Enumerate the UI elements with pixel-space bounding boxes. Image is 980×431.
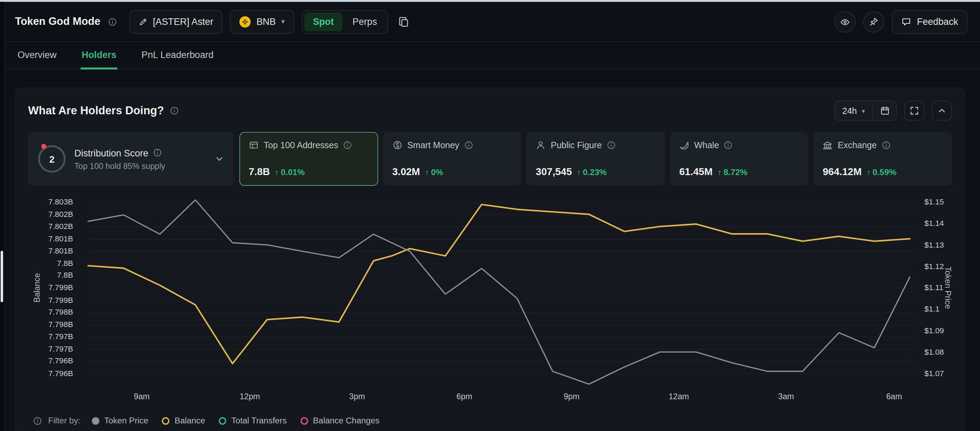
metric-card-whale[interactable]: Whale61.45M↑8.72% — [670, 132, 808, 186]
chart-plot[interactable] — [88, 202, 913, 374]
info-icon[interactable] — [170, 106, 179, 115]
chart-lines — [88, 202, 913, 374]
calendar-button[interactable] — [872, 101, 896, 120]
info-icon[interactable] — [607, 141, 615, 150]
info-icon[interactable] — [108, 17, 117, 26]
public-figure-icon — [536, 140, 546, 150]
info-icon[interactable] — [464, 141, 473, 150]
metric-label: Smart Money — [407, 140, 459, 150]
metric-change: ↑0.23% — [577, 168, 607, 177]
eye-icon — [840, 17, 850, 27]
left-axis-tick: 7.801B — [28, 247, 73, 255]
up-arrow-icon: ↑ — [425, 168, 429, 177]
left-axis-tick: 7.797B — [28, 345, 73, 353]
timeframe-group: 24h ▾ — [834, 101, 897, 121]
panel-controls: 24h ▾ — [834, 101, 952, 121]
info-icon[interactable] — [724, 141, 733, 150]
filter-option-token-price[interactable]: Token Price — [92, 416, 148, 425]
addresses-icon — [249, 140, 259, 150]
main-content: What Are Holders Doing? 24h ▾ — [0, 88, 980, 431]
timeframe-button[interactable]: 24h ▾ — [835, 101, 872, 120]
x-axis-labels: 9am12pm3pm6pm9pm12am3am6am — [88, 389, 913, 401]
exchange-icon — [822, 140, 833, 150]
filter-options: Token PriceBalanceTotal TransfersBalance… — [92, 416, 380, 425]
filter-label: Filter by: — [48, 416, 80, 425]
chain-selector-label: BNB — [256, 16, 276, 27]
app: Token God Mode [ASTER] Aster BNB ▾ Spot … — [0, 0, 980, 431]
chain-selector-button[interactable]: BNB ▾ — [230, 10, 294, 34]
right-axis-tick: $1.09 — [924, 326, 944, 335]
filter-option-label: Total Transfers — [231, 416, 286, 425]
holders-activity-panel: What Are Holders Doing? 24h ▾ — [15, 88, 965, 431]
feedback-button[interactable]: Feedback — [892, 10, 967, 34]
filter-option-balance-changes[interactable]: Balance Changes — [301, 416, 380, 425]
filter-option-total-transfers[interactable]: Total Transfers — [219, 416, 287, 425]
pin-button[interactable] — [863, 11, 885, 32]
distribution-score-card[interactable]: 2 Distribution Score Top 100 hold 85% su… — [28, 132, 235, 186]
metric-value: 307,545 — [536, 166, 572, 178]
info-icon[interactable] — [33, 416, 42, 425]
left-axis-tick: 7.801B — [28, 235, 73, 243]
token-selector-button[interactable]: [ASTER] Aster — [129, 10, 223, 34]
calendar-icon — [880, 106, 889, 116]
right-axis-tick: $1.15 — [924, 198, 944, 206]
info-icon[interactable] — [153, 148, 162, 157]
bnb-logo-icon — [239, 16, 251, 27]
info-icon[interactable] — [881, 141, 890, 150]
metric-cards-row: 2 Distribution Score Top 100 hold 85% su… — [28, 132, 952, 186]
left-axis-tick: 7.799B — [28, 295, 73, 304]
legend-marker — [92, 417, 99, 425]
metric-card-smart-money[interactable]: Smart Money3.02M↑0% — [383, 132, 522, 186]
metric-label: Whale — [694, 140, 719, 150]
up-arrow-icon: ↑ — [867, 168, 871, 177]
filter-option-balance[interactable]: Balance — [162, 416, 205, 425]
token-selector-label: [ASTER] Aster — [153, 16, 213, 27]
pencil-icon — [138, 17, 147, 26]
copy-button[interactable] — [396, 13, 412, 30]
tab-holders[interactable]: Holders — [80, 42, 118, 69]
x-axis-tick: 9am — [134, 392, 150, 401]
left-axis-tick: 7.798B — [28, 308, 73, 316]
right-ticks: $1.15$1.14$1.13$1.12$1.11$1.1$1.09$1.08$… — [919, 202, 952, 374]
filter-option-label: Balance — [175, 416, 205, 425]
fullscreen-button[interactable] — [904, 101, 924, 121]
metric-label: Top 100 Addresses — [264, 140, 338, 150]
perps-toggle-button[interactable]: Perps — [344, 12, 386, 31]
filter-option-label: Token Price — [104, 416, 148, 425]
left-ticks: 7.803B7.802B7.802B7.801B7.801B7.8B7.8B7.… — [28, 202, 81, 374]
left-axis-tick: 7.797B — [28, 332, 73, 341]
right-axis-tick: $1.08 — [924, 348, 944, 356]
metric-value: 61.45M — [679, 166, 713, 178]
info-icon[interactable] — [344, 141, 352, 150]
distribution-score-label: Distribution Score — [75, 147, 148, 158]
gridline — [88, 374, 913, 374]
page-title: Token God Mode — [15, 15, 100, 28]
chevron-up-icon — [937, 106, 947, 116]
legend-marker — [162, 417, 170, 425]
x-axis-tick: 6am — [886, 392, 902, 401]
left-axis-tick: 7.796B — [28, 369, 73, 378]
watch-button[interactable] — [834, 11, 856, 32]
tab-bar: Overview Holders PnL Leaderboard — [0, 42, 980, 69]
chevron-down-icon[interactable] — [214, 154, 224, 164]
distribution-score-text: Distribution Score Top 100 hold 85% supp… — [75, 147, 206, 171]
tab-pnl-leaderboard[interactable]: PnL Leaderboard — [140, 42, 215, 69]
right-axis-tick: $1.11 — [924, 283, 943, 292]
metric-card-top-100-addresses[interactable]: Top 100 Addresses7.8B↑0.01% — [239, 132, 378, 186]
x-axis-tick: 12am — [669, 392, 689, 401]
market-toggle: Spot Perps — [302, 10, 388, 34]
distribution-score-subtitle: Top 100 hold 85% supply — [75, 161, 206, 170]
left-axis-tick: 7.796B — [28, 357, 73, 366]
collapse-button[interactable] — [932, 101, 952, 121]
up-arrow-icon: ↑ — [718, 168, 722, 177]
panel-header: What Are Holders Doing? 24h ▾ — [28, 101, 952, 121]
chevron-down-icon: ▾ — [281, 18, 285, 26]
metric-card-public-figure[interactable]: Public Figure307,545↑0.23% — [526, 132, 665, 186]
left-edge-strip — [0, 2, 5, 431]
spot-toggle-button[interactable]: Spot — [304, 12, 343, 31]
metric-card-exchange[interactable]: Exchange964.12M↑0.59% — [813, 132, 952, 186]
left-axis-tick: 7.803B — [28, 198, 73, 206]
tab-overview[interactable]: Overview — [16, 42, 57, 69]
metric-change: ↑0.59% — [867, 168, 897, 177]
left-scrollbar-thumb[interactable] — [1, 251, 3, 302]
